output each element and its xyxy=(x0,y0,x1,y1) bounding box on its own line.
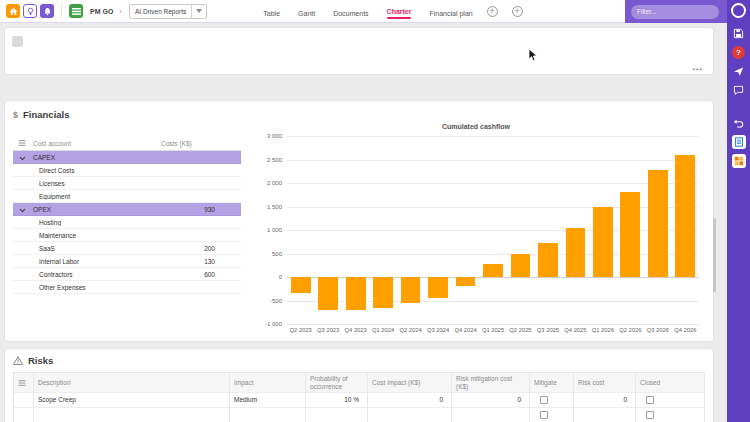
cashflow-bar-q2-2023[interactable] xyxy=(291,277,311,293)
filter-input[interactable] xyxy=(631,5,719,19)
apps-icon[interactable] xyxy=(69,4,83,18)
add-button[interactable]: + xyxy=(512,6,523,17)
save-icon[interactable] xyxy=(732,26,746,40)
chevron-down-icon[interactable] xyxy=(191,5,206,18)
home-icon[interactable] xyxy=(6,4,20,18)
cost-account-cell: Hosting xyxy=(31,219,153,226)
mitigation-cost-cell[interactable] xyxy=(452,408,530,422)
tab-table[interactable]: Table xyxy=(263,0,280,23)
cashflow-bar-q2-2024[interactable] xyxy=(401,277,421,303)
x-axis-tick-label: Q2 2025 xyxy=(507,327,534,333)
column-settings-icon[interactable] xyxy=(14,373,34,392)
paper-plane-glyph xyxy=(733,66,744,77)
row-collapse-chevron-icon[interactable] xyxy=(13,206,31,213)
cashflow-bar-q3-2024[interactable] xyxy=(428,277,448,298)
description-cell[interactable] xyxy=(34,408,230,422)
tab-gantt[interactable]: Gantt xyxy=(298,0,315,23)
cashflow-bar-q2-2025[interactable] xyxy=(511,254,531,278)
tab-financial-plan[interactable]: Financial plan xyxy=(429,0,472,23)
impact-cell[interactable]: Medium xyxy=(230,393,306,407)
mitigate-checkbox[interactable] xyxy=(540,411,548,419)
add-view-button[interactable]: + xyxy=(487,6,498,17)
column-settings-icon[interactable] xyxy=(13,139,31,148)
cashflow-bar-q4-2024[interactable] xyxy=(456,277,476,286)
risks-col-closed[interactable]: Closed xyxy=(636,373,704,392)
risks-col-risk-mitigation-cost-k-[interactable]: Risk mitigation cost (K$) xyxy=(452,373,530,392)
collapsed-content-icon xyxy=(12,36,23,47)
risks-col-mitigate[interactable]: Mitigate xyxy=(530,373,574,392)
breadcrumb: › xyxy=(119,7,122,16)
cashflow-bar-q1-2024[interactable] xyxy=(373,277,393,308)
risks-col-risk-cost[interactable]: Risk cost xyxy=(574,373,636,392)
mitigation-cost-cell[interactable]: 0 xyxy=(452,393,530,407)
tab-documents[interactable]: Documents xyxy=(333,0,368,23)
cashflow-bar-q2-2026[interactable] xyxy=(620,192,640,277)
financials-row-saas[interactable]: SaaS200 xyxy=(13,242,241,255)
x-axis-tick-label: Q3 2026 xyxy=(644,327,671,333)
financials-row-licenses[interactable]: Licenses xyxy=(13,177,241,190)
risks-col-probability-of-occurrence[interactable]: Probability of occurrence xyxy=(306,373,368,392)
y-axis-tick-label: 1 500 xyxy=(247,204,282,210)
financials-row-internal-labor[interactable]: Internal Labor130 xyxy=(13,255,241,268)
cashflow-bar-q4-2023[interactable] xyxy=(346,277,366,310)
risks-col-description[interactable]: Description xyxy=(34,373,230,392)
notifications-icon[interactable] xyxy=(40,4,54,18)
more-options-button[interactable]: ... xyxy=(692,62,703,72)
filter-block xyxy=(625,0,727,23)
idea-glyph xyxy=(26,7,35,16)
scrolled-section-card: ... xyxy=(5,28,713,74)
cashflow-bar-q1-2025[interactable] xyxy=(483,264,503,277)
financials-table-body: CAPEXDirect CostsLicensesEquipmentOPEX93… xyxy=(13,151,241,294)
closed-checkbox[interactable] xyxy=(646,411,654,419)
cashflow-bar-q4-2025[interactable] xyxy=(566,228,586,277)
financials-row-maintenance[interactable]: Maintenance xyxy=(13,229,241,242)
financials-row-opex[interactable]: OPEX930 xyxy=(13,203,241,216)
costs-cell: 930 xyxy=(153,206,241,213)
probability-cell[interactable]: 10 % xyxy=(306,393,368,407)
closed-checkbox[interactable] xyxy=(646,396,654,404)
risks-header: Risks xyxy=(13,355,705,366)
cost-impact-cell[interactable] xyxy=(368,408,452,422)
risk-cost-cell[interactable]: 0 xyxy=(574,393,636,407)
cashflow-bar-q3-2025[interactable] xyxy=(538,243,558,277)
financials-row-capex[interactable]: CAPEX xyxy=(13,151,241,164)
risk-row-1[interactable]: Scope CreepMedium10 %000 xyxy=(14,392,704,407)
risks-col-cost-impact-k-[interactable]: Cost impact (K$) xyxy=(368,373,452,392)
report-selector[interactable]: AI Driven Reports xyxy=(129,4,207,19)
risks-col-impact[interactable]: Impact xyxy=(230,373,306,392)
x-axis-tick-label: Q4 2024 xyxy=(452,327,479,333)
export-spreadsheet-icon[interactable] xyxy=(732,154,746,168)
vertical-scrollbar[interactable] xyxy=(713,218,716,292)
cashflow-bar-q3-2026[interactable] xyxy=(648,170,668,277)
closed-cell xyxy=(636,408,704,422)
risk-cost-cell[interactable] xyxy=(574,408,636,422)
impact-cell[interactable] xyxy=(230,408,306,422)
risk-row-2[interactable] xyxy=(14,407,704,422)
financials-row-equipment[interactable]: Equipment xyxy=(13,190,241,203)
undo-glyph xyxy=(733,118,744,129)
feedback-icon[interactable] xyxy=(732,83,746,97)
export-document-icon[interactable] xyxy=(732,135,746,149)
cost-impact-cell[interactable]: 0 xyxy=(368,393,452,407)
help-icon[interactable]: ? xyxy=(732,45,746,59)
warning-triangle-glyph xyxy=(13,356,23,365)
undo-icon[interactable] xyxy=(732,116,746,130)
mitigate-checkbox[interactable] xyxy=(540,396,548,404)
financials-row-other-expenses[interactable]: Other Expenses xyxy=(13,281,241,294)
cashflow-bar-q1-2026[interactable] xyxy=(593,207,613,277)
financials-row-direct-costs[interactable]: Direct Costs xyxy=(13,164,241,177)
idea-icon[interactable] xyxy=(23,4,37,18)
avatar[interactable] xyxy=(731,3,746,18)
tab-bar: TableGanttDocumentsCharterFinancial plan xyxy=(263,0,472,23)
description-cell[interactable]: Scope Creep xyxy=(34,393,230,407)
tab-charter[interactable]: Charter xyxy=(387,0,412,23)
cashflow-bar-q3-2023[interactable] xyxy=(318,277,338,310)
row-collapse-chevron-icon[interactable] xyxy=(13,154,31,161)
probability-cell[interactable] xyxy=(306,408,368,422)
financials-row-hosting[interactable]: Hosting xyxy=(13,216,241,229)
x-axis-tick-label: Q3 2023 xyxy=(314,327,341,333)
financials-row-contractors[interactable]: Contractors600 xyxy=(13,268,241,281)
x-axis-tick-label: Q1 2025 xyxy=(479,327,506,333)
send-icon[interactable] xyxy=(732,64,746,78)
cashflow-bar-q4-2026[interactable] xyxy=(675,155,695,277)
